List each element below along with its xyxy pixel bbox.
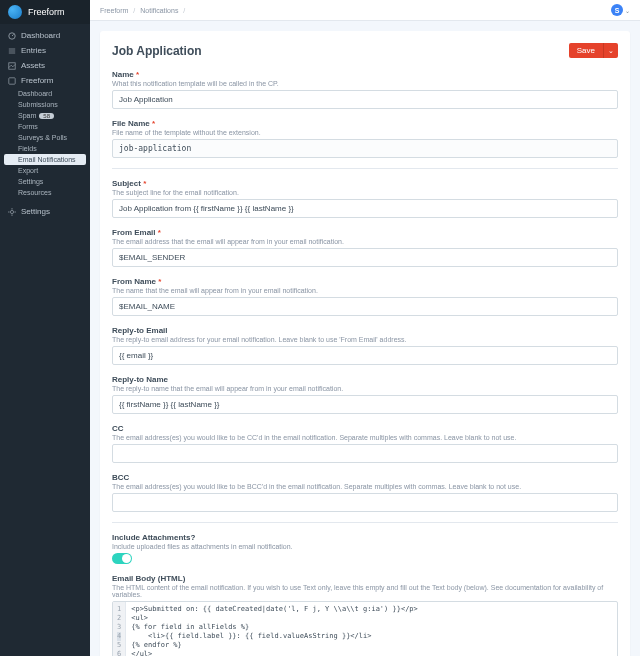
sidebar-item-entries[interactable]: Entries bbox=[0, 43, 90, 58]
breadcrumb-item[interactable]: Freeform bbox=[100, 7, 128, 14]
from-name-input[interactable] bbox=[112, 297, 618, 316]
save-button[interactable]: Save bbox=[569, 43, 603, 58]
from-name-label: From Name bbox=[112, 277, 156, 286]
reply-name-input[interactable] bbox=[112, 395, 618, 414]
spam-count-pill: 58 bbox=[39, 113, 54, 119]
svg-rect-3 bbox=[9, 52, 15, 53]
reply-name-label: Reply-to Name bbox=[112, 375, 618, 384]
sidebar-item-label: Dashboard bbox=[21, 31, 60, 40]
attach-toggle[interactable] bbox=[112, 553, 132, 564]
reply-name-help: The reply-to name that the email will ap… bbox=[112, 385, 618, 392]
sidebar-item-label: Assets bbox=[21, 61, 45, 70]
sidebar-item-label: Freeform bbox=[21, 76, 53, 85]
svg-rect-5 bbox=[9, 77, 15, 83]
reply-email-input[interactable] bbox=[112, 346, 618, 365]
code-content[interactable]: <p>Submitted on: {{ dateCreated|date('l,… bbox=[126, 602, 423, 656]
sidebar-item-label: Entries bbox=[21, 46, 46, 55]
reply-email-help: The reply-to email address for your emai… bbox=[112, 336, 618, 343]
file-input[interactable] bbox=[112, 139, 618, 158]
breadcrumb-item[interactable]: Notifications bbox=[140, 7, 178, 14]
sidebar-sub-settings[interactable]: Settings bbox=[0, 176, 90, 187]
bcc-label: BCC bbox=[112, 473, 618, 482]
name-label: Name bbox=[112, 70, 134, 79]
sidebar-sub-submissions[interactable]: Submissions bbox=[0, 99, 90, 110]
body-label: Email Body (HTML) bbox=[112, 574, 618, 583]
avatar: S bbox=[611, 4, 623, 16]
from-email-help: The email address that the email will ap… bbox=[112, 238, 618, 245]
body-editor[interactable]: 1234567 <p>Submitted on: {{ dateCreated|… bbox=[112, 601, 618, 656]
file-label: File Name bbox=[112, 119, 150, 128]
brand: Freeform bbox=[0, 0, 90, 24]
sidebar-sub-forms[interactable]: Forms bbox=[0, 121, 90, 132]
name-help: What this notification template will be … bbox=[112, 80, 618, 87]
sidebar-item-freeform[interactable]: Freeform bbox=[0, 73, 90, 88]
sidebar-item-settings[interactable]: Settings bbox=[0, 204, 90, 219]
svg-rect-2 bbox=[9, 50, 15, 51]
subject-label: Subject bbox=[112, 179, 141, 188]
sidebar-sub-fields[interactable]: Fields bbox=[0, 143, 90, 154]
from-email-label: From Email bbox=[112, 228, 156, 237]
bcc-input[interactable] bbox=[112, 493, 618, 512]
sidebar-item-dashboard[interactable]: Dashboard bbox=[0, 28, 90, 43]
from-name-help: The name that the email will appear from… bbox=[112, 287, 618, 294]
name-input[interactable] bbox=[112, 90, 618, 109]
user-menu[interactable]: S ⌄ bbox=[611, 4, 630, 16]
breadcrumb: Freeform / Notifications / bbox=[100, 7, 188, 14]
reply-email-label: Reply-to Email bbox=[112, 326, 618, 335]
topbar: Freeform / Notifications / S ⌄ bbox=[90, 0, 640, 21]
sidebar-item-label: Settings bbox=[21, 207, 50, 216]
body-help: The HTML content of the email notificati… bbox=[112, 584, 618, 598]
svg-point-6 bbox=[10, 210, 13, 213]
bcc-help: The email address(es) you would like to … bbox=[112, 483, 618, 490]
attach-label: Include Attachments? bbox=[112, 533, 618, 542]
save-dropdown[interactable]: ⌄ bbox=[603, 43, 618, 58]
page-title: Job Application bbox=[112, 44, 202, 58]
subject-help: The subject line for the email notificat… bbox=[112, 189, 618, 196]
line-gutter: 1234567 bbox=[113, 602, 126, 656]
sidebar: Freeform Dashboard Entries Assets Freefo… bbox=[0, 0, 90, 656]
cc-input[interactable] bbox=[112, 444, 618, 463]
brand-name: Freeform bbox=[28, 7, 65, 17]
sidebar-sub-resources[interactable]: Resources bbox=[0, 187, 90, 198]
sidebar-sub-export[interactable]: Export bbox=[0, 165, 90, 176]
cc-label: CC bbox=[112, 424, 618, 433]
cc-help: The email address(es) you would like to … bbox=[112, 434, 618, 441]
from-email-input[interactable] bbox=[112, 248, 618, 267]
sidebar-sub-surveys[interactable]: Surveys & Polls bbox=[0, 132, 90, 143]
file-help: File name of the template without the ex… bbox=[112, 129, 618, 136]
svg-rect-1 bbox=[9, 48, 15, 49]
sidebar-item-assets[interactable]: Assets bbox=[0, 58, 90, 73]
subject-input[interactable] bbox=[112, 199, 618, 218]
brand-icon bbox=[8, 5, 22, 19]
sidebar-sub-spam[interactable]: Spam58 bbox=[0, 110, 90, 121]
attach-help: Include uploaded files as attachments in… bbox=[112, 543, 618, 550]
chevron-down-icon: ⌄ bbox=[625, 7, 630, 14]
sidebar-sub-dashboard[interactable]: Dashboard bbox=[0, 88, 90, 99]
sidebar-sub-email-notifications[interactable]: Email Notifications bbox=[4, 154, 86, 165]
